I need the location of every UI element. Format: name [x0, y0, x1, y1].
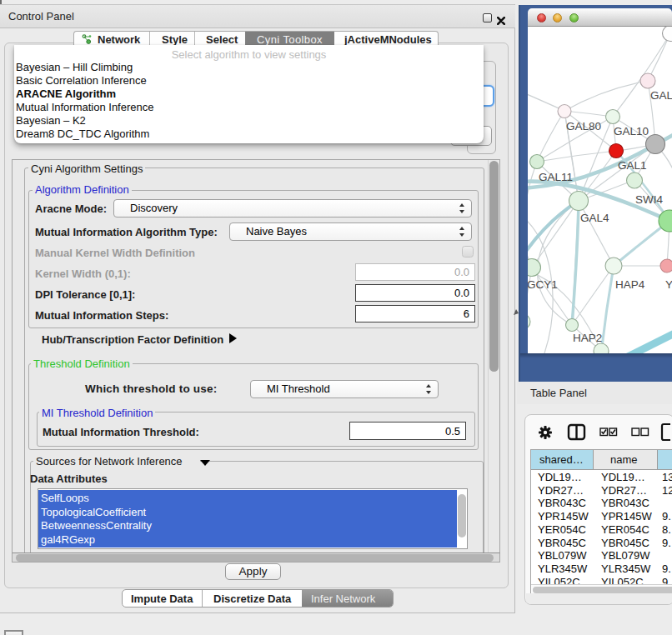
svg-text:GAL4: GAL4 — [580, 212, 609, 224]
svg-text:GAL1: GAL1 — [618, 159, 647, 172]
svg-text:GAL2: GAL2 — [650, 89, 672, 102]
svg-text:GCY1: GCY1 — [528, 278, 558, 291]
svg-text:YD: YD — [665, 278, 672, 291]
svg-text:GAL10: GAL10 — [614, 125, 649, 138]
svg-text:HAP2: HAP2 — [573, 332, 602, 344]
svg-text:HAP4: HAP4 — [615, 278, 645, 291]
svg-text:GAL80: GAL80 — [566, 120, 601, 132]
svg-text:GAL11: GAL11 — [539, 171, 573, 183]
svg-text:SWI4: SWI4 — [635, 193, 663, 206]
